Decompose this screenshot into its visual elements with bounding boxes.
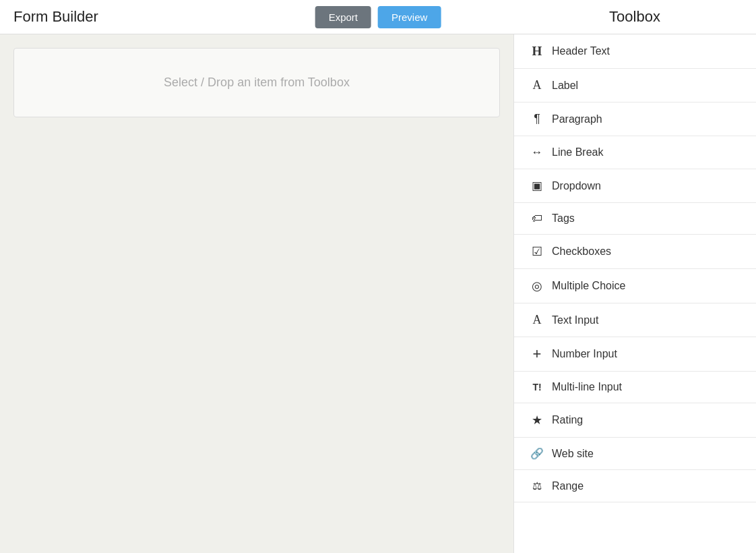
toolbox-item-dropdown[interactable]: ▣Dropdown [514, 169, 756, 203]
toolbox-label-rating: Rating [552, 414, 583, 426]
toolbox-icon-label: A [528, 78, 546, 92]
toolbox-icon-multi-line-input: T! [528, 382, 546, 392]
toolbox-item-rating[interactable]: ★Rating [514, 403, 756, 438]
toolbox-icon-paragraph: ¶ [528, 112, 546, 126]
toolbox-panel: HHeader TextALabel¶Paragraph↔Line Break▣… [513, 34, 756, 553]
toolbox-label-paragraph: Paragraph [552, 113, 602, 125]
toolbox-label-text-input: Text Input [552, 314, 598, 326]
toolbox-label-line-break: Line Break [552, 146, 604, 158]
top-bar: Form Builder Export Preview Toolbox [0, 0, 756, 34]
toolbox-item-paragraph[interactable]: ¶Paragraph [514, 103, 756, 136]
export-button[interactable]: Export [315, 6, 371, 28]
toolbox-icon-number-input: + [528, 347, 546, 361]
toolbox-item-web-site[interactable]: 🔗Web site [514, 438, 756, 470]
toolbox-icon-rating: ★ [528, 413, 546, 428]
drop-zone[interactable]: Select / Drop an item from Toolbox [13, 48, 500, 117]
app-title: Form Builder [13, 8, 98, 26]
toolbox-item-text-input[interactable]: AText Input [514, 303, 756, 337]
toolbox-label-dropdown: Dropdown [552, 180, 601, 192]
main-layout: Select / Drop an item from Toolbox HHead… [0, 34, 756, 553]
preview-button[interactable]: Preview [378, 6, 441, 28]
toolbox-label-tags: Tags [552, 212, 575, 225]
toolbox-icon-header-text: H [528, 44, 546, 59]
toolbox-label-range: Range [552, 480, 584, 492]
toolbox-item-checkboxes[interactable]: ☑Checkboxes [514, 235, 756, 269]
toolbox-icon-multiple-choice: ◎ [528, 279, 546, 293]
toolbox-icon-checkboxes: ☑ [528, 244, 546, 259]
toolbox-item-multiple-choice[interactable]: ◎Multiple Choice [514, 269, 756, 303]
toolbox-item-number-input[interactable]: +Number Input [514, 337, 756, 372]
toolbox-icon-web-site: 🔗 [528, 447, 546, 460]
toolbox-icon-range: ⚖ [528, 479, 546, 492]
toolbox-icon-tags: 🏷 [528, 212, 546, 225]
toolbox-label-label: Label [552, 80, 578, 92]
toolbox-item-header-text[interactable]: HHeader Text [514, 34, 756, 69]
toolbox-label-header-text: Header Text [552, 45, 610, 57]
toolbox-label-checkboxes: Checkboxes [552, 245, 611, 258]
toolbox-item-line-break[interactable]: ↔Line Break [514, 136, 756, 169]
canvas-area: Select / Drop an item from Toolbox [0, 34, 513, 553]
top-bar-actions: Export Preview [315, 6, 441, 28]
toolbox-label-multiple-choice: Multiple Choice [552, 280, 625, 292]
toolbox-icon-text-input: A [528, 313, 546, 327]
toolbox-icon-line-break: ↔ [528, 146, 546, 159]
toolbox-panel-title: Toolbox [513, 8, 756, 26]
toolbox-item-range[interactable]: ⚖Range [514, 470, 756, 502]
toolbox-item-tags[interactable]: 🏷Tags [514, 203, 756, 235]
toolbox-item-multi-line-input[interactable]: T!Multi-line Input [514, 372, 756, 403]
toolbox-icon-dropdown: ▣ [528, 179, 546, 193]
toolbox-item-label[interactable]: ALabel [514, 69, 756, 103]
toolbox-label-web-site: Web site [552, 448, 594, 460]
toolbox-label-multi-line-input: Multi-line Input [552, 381, 622, 393]
drop-zone-text: Select / Drop an item from Toolbox [164, 76, 350, 90]
toolbox-label-number-input: Number Input [552, 348, 617, 360]
